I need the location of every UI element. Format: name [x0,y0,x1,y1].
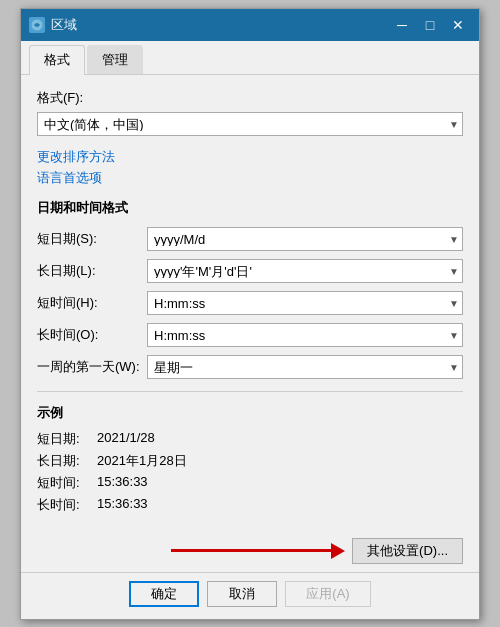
ok-button[interactable]: 确定 [129,581,199,607]
example-long-date-label: 长日期: [37,452,97,470]
short-date-row: 短日期(S): yyyy/M/d ▼ [37,227,463,251]
example-long-time-value: 15:36:33 [97,496,148,514]
example-long-time-row: 长时间: 15:36:33 [37,496,463,514]
long-time-label: 长时间(O): [37,326,147,344]
window-title: 区域 [51,16,77,34]
short-date-select[interactable]: yyyy/M/d [147,227,463,251]
example-title: 示例 [37,404,463,422]
example-section: 示例 短日期: 2021/1/28 长日期: 2021年1月28日 短时间: 1… [37,404,463,514]
long-time-row: 长时间(O): H:mm:ss ▼ [37,323,463,347]
example-short-date-row: 短日期: 2021/1/28 [37,430,463,448]
window-icon [29,17,45,33]
long-date-select[interactable]: yyyy'年'M'月'd'日' [147,259,463,283]
maximize-button[interactable]: □ [417,15,443,35]
title-bar: 区域 ─ □ ✕ [21,9,479,41]
format-field-group: 格式(F): 中文(简体，中国) ▼ [37,89,463,136]
format-select-wrapper: 中文(简体，中国) ▼ [37,112,463,136]
apply-button[interactable]: 应用(A) [285,581,370,607]
dialog-content: 格式(F): 中文(简体，中国) ▼ 更改排序方法 语言首选项 日期和时间格式 … [21,75,479,538]
minimize-button[interactable]: ─ [389,15,415,35]
example-short-date-value: 2021/1/28 [97,430,155,448]
links-section: 更改排序方法 语言首选项 [37,148,463,187]
long-time-select-wrapper: H:mm:ss ▼ [147,323,463,347]
long-time-select[interactable]: H:mm:ss [147,323,463,347]
region-dialog: 区域 ─ □ ✕ 格式 管理 格式(F): 中文(简体，中国) ▼ [20,8,480,620]
language-prefs-link[interactable]: 语言首选项 [37,169,463,187]
sort-method-link[interactable]: 更改排序方法 [37,148,463,166]
long-date-select-wrapper: yyyy'年'M'月'd'日' ▼ [147,259,463,283]
short-time-select-wrapper: H:mm:ss ▼ [147,291,463,315]
format-select[interactable]: 中文(简体，中国) [37,112,463,136]
tab-format[interactable]: 格式 [29,45,85,75]
example-long-time-label: 长时间: [37,496,97,514]
format-label: 格式(F): [37,89,463,107]
example-long-date-row: 长日期: 2021年1月28日 [37,452,463,470]
red-arrow [171,543,345,559]
long-date-label: 长日期(L): [37,262,147,280]
example-long-date-value: 2021年1月28日 [97,452,187,470]
datetime-section-title: 日期和时间格式 [37,199,463,217]
short-time-row: 短时间(H): H:mm:ss ▼ [37,291,463,315]
title-controls: ─ □ ✕ [389,15,471,35]
section-divider [37,391,463,392]
short-date-select-wrapper: yyyy/M/d ▼ [147,227,463,251]
week-start-select[interactable]: 星期一 [147,355,463,379]
bottom-buttons: 确定 取消 应用(A) [21,572,479,619]
example-short-time-row: 短时间: 15:36:33 [37,474,463,492]
week-start-select-wrapper: 星期一 ▼ [147,355,463,379]
short-date-label: 短日期(S): [37,230,147,248]
tab-bar: 格式 管理 [21,41,479,75]
example-short-time-value: 15:36:33 [97,474,148,492]
long-date-row: 长日期(L): yyyy'年'M'月'd'日' ▼ [37,259,463,283]
short-time-select[interactable]: H:mm:ss [147,291,463,315]
action-row: 其他设置(D)... [21,538,479,572]
other-settings-button[interactable]: 其他设置(D)... [352,538,463,564]
short-time-label: 短时间(H): [37,294,147,312]
example-short-date-label: 短日期: [37,430,97,448]
close-button[interactable]: ✕ [445,15,471,35]
example-short-time-label: 短时间: [37,474,97,492]
arrow-head-icon [331,543,345,559]
title-bar-left: 区域 [29,16,77,34]
cancel-button[interactable]: 取消 [207,581,277,607]
tab-manage[interactable]: 管理 [87,45,143,74]
arrow-line [171,549,331,552]
week-start-label: 一周的第一天(W): [37,358,147,376]
week-start-row: 一周的第一天(W): 星期一 ▼ [37,355,463,379]
